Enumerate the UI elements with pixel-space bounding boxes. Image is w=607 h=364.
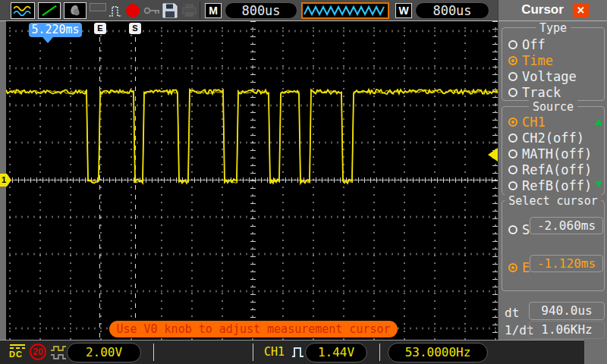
statusbar-divider (379, 344, 380, 361)
option-label: Time (522, 53, 553, 68)
zoom-zigzag-icon (303, 4, 388, 17)
toolbar-empty-slot (90, 3, 106, 11)
window-timebase-value: 800us (415, 2, 489, 19)
cursor-menu-panel: Cursor ✕ Type Off Time Voltage Track (498, 0, 607, 364)
hint-message: Use V0 knob to adjust measurement cursor (109, 321, 398, 337)
scroll-down-icon[interactable] (595, 181, 602, 187)
dt-value: 940.0us (529, 302, 605, 320)
coupling-label: DC (9, 350, 23, 359)
save-icon[interactable] (162, 2, 178, 19)
close-icon[interactable]: ✕ (573, 3, 589, 17)
ch1-volts-div: 2.00V (67, 343, 141, 362)
cursor-s-value[interactable]: -2.060ms (530, 217, 603, 234)
source-option-refa[interactable]: RefA(off) (508, 162, 592, 177)
scroll-up-icon[interactable] (595, 119, 602, 125)
trigger-position-icon (42, 37, 53, 43)
key-lock-icon[interactable] (143, 5, 162, 16)
option-label: CH2(off) (522, 130, 584, 146)
type-option-off[interactable]: Off (508, 37, 546, 52)
status-bar: DC 20 2.00V CH1 1.44V 53.0000Hz (0, 340, 584, 364)
snapshot-icon[interactable] (64, 2, 86, 19)
radio-icon (508, 149, 517, 158)
cursor-marker-e[interactable]: E (94, 23, 106, 34)
option-label: Voltage (522, 69, 577, 84)
cursor-e-option[interactable]: E (508, 260, 530, 275)
radio-icon (508, 88, 517, 97)
radio-icon (508, 181, 517, 190)
cursor-s-option[interactable]: S (508, 222, 530, 237)
option-label: RefA(off) (522, 162, 592, 177)
main-timebase-value: 800us (225, 2, 297, 19)
option-label: MATH(off) (522, 146, 592, 162)
cursor-e-value[interactable]: -1.120ms (530, 255, 603, 272)
radio-icon (508, 225, 517, 234)
delta-readout: dt 940.0us 1/dt 1.06KHz (498, 300, 607, 340)
menu-header: Cursor ✕ (498, 0, 607, 21)
waveform-display: E S 5.220ms 1 Use V0 knob to adjust meas… (6, 21, 498, 340)
statusbar-divider (153, 344, 154, 361)
source-option-ch1[interactable]: CH1 (508, 115, 546, 130)
type-section-title: Type (536, 21, 571, 35)
option-label: CH1 (522, 115, 546, 130)
option-label: RefB(off) (522, 178, 592, 193)
source-option-math[interactable]: MATH(off) (508, 146, 592, 162)
print-icon[interactable] (181, 3, 197, 18)
type-section: Type Off Time Voltage Track (502, 27, 605, 101)
source-section: Source CH1 CH2(off) MATH(off) RefA(off) … (502, 106, 605, 195)
trigger-position-tooltip: 5.220ms (29, 23, 82, 37)
select-cursor-section: Select cursor S -2.060ms E -1.120ms (502, 200, 605, 291)
frequency-counter: 53.0000Hz (388, 343, 488, 362)
source-option-refb[interactable]: RefB(off) (508, 178, 592, 193)
radio-icon (508, 72, 517, 81)
dc-coupling-icon: DC (9, 344, 27, 361)
window-timebase-badge: W (395, 3, 412, 18)
select-cursor-title: Select cursor (505, 194, 601, 208)
invert-wave-icon (50, 345, 68, 360)
zoom-window-waveform[interactable] (301, 2, 389, 19)
radio-icon (508, 263, 517, 272)
main-timebase-badge: M (205, 3, 222, 18)
type-option-time[interactable]: Time (508, 53, 553, 68)
trigger-level-icon[interactable] (488, 148, 498, 162)
option-label: S (522, 222, 530, 237)
record-button[interactable] (126, 4, 140, 17)
option-label: Track (522, 85, 561, 100)
option-label: E (522, 260, 530, 275)
channel-waves-icon[interactable] (11, 2, 35, 19)
trigger-level-value: 1.44V (305, 343, 367, 362)
bandwidth-limit-icon: 20 (30, 344, 46, 360)
trigger-slope-icon (291, 344, 304, 359)
radio-icon (508, 133, 517, 143)
type-option-voltage[interactable]: Voltage (508, 69, 577, 84)
type-option-track[interactable]: Track (508, 85, 561, 100)
trigger-source-label: CH1 (264, 345, 285, 359)
cursor-marker-s[interactable]: S (129, 23, 141, 34)
dt-label: dt (505, 306, 519, 320)
radio-icon (508, 165, 517, 174)
oscilloscope-ui: M 800us W 800us E S 5.220ms 1 Use V0 kno… (0, 0, 607, 364)
statusbar-divider (253, 344, 253, 361)
ch1-trace (6, 21, 498, 340)
radio-icon (508, 40, 517, 49)
toolbar-divider (200, 2, 200, 19)
option-label: Off (522, 37, 546, 52)
inv-dt-value: 1.06KHz (529, 321, 605, 339)
source-option-ch2[interactable]: CH2(off) (508, 130, 584, 146)
radio-icon (508, 118, 517, 127)
slope-icon[interactable] (38, 2, 61, 19)
pulse-step-icon[interactable] (108, 3, 124, 19)
toolbar: M 800us W 800us (0, 0, 498, 21)
source-section-title: Source (529, 100, 577, 114)
radio-icon (508, 56, 517, 65)
